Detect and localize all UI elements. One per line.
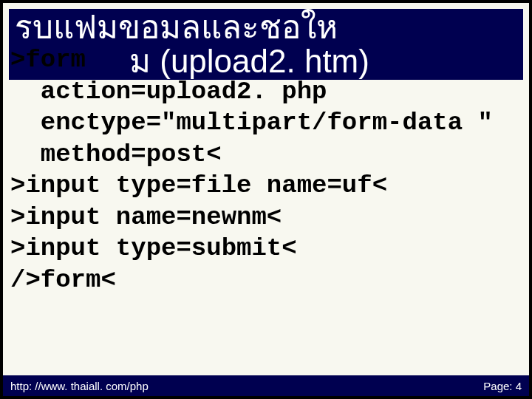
code-block: >form action=upload2. php enctype="multi… [10,44,522,296]
code-line-1: >form [10,44,522,76]
code-line-3: enctype="multipart/form-data " [10,107,522,139]
footer: http: //www. thaiall. com/php Page: 4 [3,375,529,396]
code-line-7: >input type=submit< [10,233,522,265]
slide: รบแฟมขอมลและชอให ม (upload2. htm) >form … [0,0,532,399]
footer-url: http: //www. thaiall. com/php [10,380,149,392]
code-line-8: />form< [10,265,522,296]
code-line-5: >input type=file name=uf< [10,170,522,202]
code-line-6: >input name=newnm< [10,202,522,233]
title-line-1: รบแฟมขอมลและชอให [15,10,517,44]
code-line-4: method=post< [10,139,522,171]
code-line-2: action=upload2. php [10,76,522,108]
footer-page: Page: 4 [483,380,522,392]
